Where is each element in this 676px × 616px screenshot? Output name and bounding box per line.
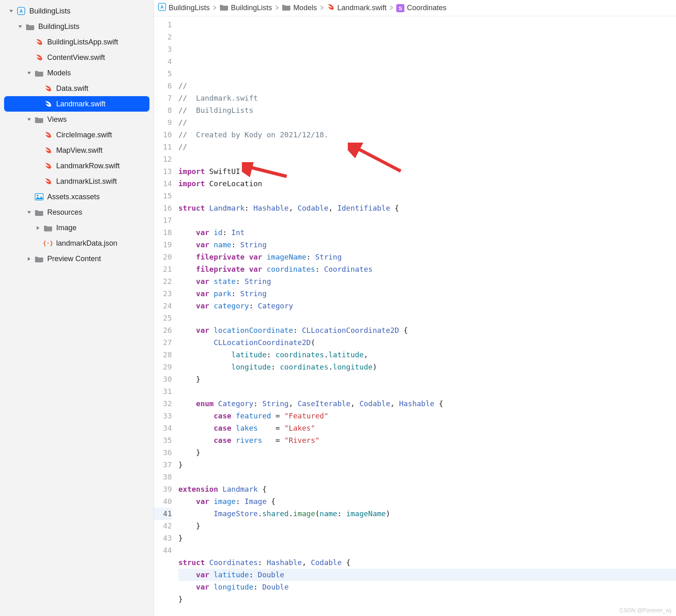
code-line[interactable]: case rivers = "Rivers" — [178, 434, 676, 447]
file-navigator[interactable]: ABuildingListsBuildingListsBuildingLists… — [0, 0, 154, 616]
code-line[interactable]: } — [178, 532, 676, 544]
file-tree-item[interactable]: LandmarkList.swift — [0, 174, 154, 189]
disclosure-chevron-icon — [35, 178, 41, 184]
line-number: 33 — [154, 410, 172, 422]
code-line[interactable]: // — [178, 141, 676, 153]
code-line[interactable]: extension Landmark { — [178, 483, 676, 495]
file-tree-item-label: ContentView.swift — [47, 53, 105, 62]
code-line[interactable]: var state: String — [178, 275, 676, 288]
code-line[interactable]: case featured = "Featured" — [178, 410, 676, 422]
code-line[interactable]: case lakes = "Lakes" — [178, 422, 676, 434]
folder-icon — [282, 3, 291, 13]
line-number: 35 — [154, 434, 172, 447]
code-line[interactable]: var category: Category — [178, 300, 676, 312]
breadcrumb-item[interactable]: BuildingLists — [219, 3, 272, 13]
json-icon: {·} — [43, 238, 53, 248]
disclosure-chevron-icon[interactable] — [26, 209, 32, 215]
file-tree-item[interactable]: BuildingListsApp.swift — [0, 34, 154, 50]
code-line[interactable]: latitude: coordinates.latitude, — [178, 349, 676, 361]
disclosure-chevron-icon — [26, 194, 32, 200]
code-line[interactable] — [178, 214, 676, 227]
file-tree-item[interactable]: Models — [0, 65, 154, 81]
breadcrumb-bar[interactable]: ABuildingListsBuildingListsModelsLandmar… — [154, 0, 676, 16]
line-number: 30 — [154, 373, 172, 385]
code-line[interactable]: ImageStore.shared.image(name: imageName) — [178, 508, 676, 520]
code-editor[interactable]: 1234567891011121314151617181920212223242… — [154, 16, 676, 616]
watermark: CSDN @Forever_wj — [619, 607, 671, 614]
code-line[interactable]: // — [178, 80, 676, 92]
code-line[interactable]: } — [178, 520, 676, 532]
code-content[interactable]: //// Landmark.swift// BuildingLists//// … — [177, 16, 676, 616]
code-line[interactable]: CLLocationCoordinate2D( — [178, 337, 676, 349]
code-line[interactable]: } — [178, 447, 676, 459]
code-line[interactable]: } — [178, 373, 676, 385]
file-tree-item[interactable]: Landmark.swift — [4, 96, 149, 112]
file-tree-item[interactable]: ABuildingLists — [0, 3, 154, 19]
disclosure-chevron-icon[interactable] — [26, 70, 32, 76]
swift-icon — [327, 3, 335, 13]
file-tree-item[interactable]: Image — [0, 220, 154, 235]
code-line[interactable]: var locationCoordinate: CLLocationCoordi… — [178, 324, 676, 337]
line-number: 13 — [154, 165, 172, 178]
code-line[interactable]: struct Landmark: Hashable, Codable, Iden… — [178, 202, 676, 214]
code-line[interactable]: // Created by Kody on 2021/12/18. — [178, 129, 676, 141]
code-line[interactable] — [178, 385, 676, 398]
code-line[interactable]: var latitude: Double — [178, 569, 676, 581]
breadcrumb-item[interactable]: ABuildingLists — [158, 3, 210, 13]
code-line[interactable] — [178, 544, 676, 557]
code-line[interactable]: var image: Image { — [178, 495, 676, 508]
code-line[interactable] — [178, 153, 676, 165]
swift-icon — [34, 37, 44, 47]
code-line[interactable]: longitude: coordinates.longitude) — [178, 361, 676, 373]
file-tree-item[interactable]: {·}landmarkData.json — [0, 235, 154, 251]
code-line[interactable]: fileprivate var coordinates: Coordinates — [178, 263, 676, 275]
code-line[interactable]: // BuildingLists — [178, 104, 676, 117]
disclosure-chevron-icon[interactable] — [35, 225, 41, 231]
disclosure-chevron-icon — [35, 132, 41, 138]
file-tree-item[interactable]: Preview Content — [0, 251, 154, 266]
file-tree-item[interactable]: MapView.swift — [0, 143, 154, 158]
code-line[interactable]: } — [178, 593, 676, 605]
file-tree-item[interactable]: CircleImage.swift — [0, 127, 154, 143]
disclosure-chevron-icon[interactable] — [8, 8, 14, 14]
chevron-right-icon — [213, 4, 216, 12]
line-number: 43 — [154, 532, 172, 544]
code-line[interactable]: // Landmark.swift — [178, 92, 676, 104]
line-number: 5 — [154, 68, 172, 80]
code-line[interactable] — [178, 312, 676, 324]
file-tree-item-label: Resources — [47, 208, 82, 217]
line-number: 14 — [154, 178, 172, 190]
disclosure-chevron-icon — [35, 147, 41, 153]
code-line[interactable]: // — [178, 117, 676, 129]
code-line[interactable] — [178, 190, 676, 202]
line-number: 8 — [154, 104, 172, 117]
disclosure-chevron-icon[interactable] — [26, 256, 32, 262]
code-line[interactable]: import SwiftUI — [178, 165, 676, 178]
folder-icon — [219, 3, 228, 13]
disclosure-chevron-icon[interactable] — [26, 117, 32, 122]
code-line[interactable]: import CoreLocation — [178, 178, 676, 190]
code-line[interactable]: enum Category: String, CaseIterable, Cod… — [178, 398, 676, 410]
breadcrumb-item[interactable]: Landmark.swift — [327, 3, 386, 13]
code-line[interactable] — [178, 605, 676, 616]
file-tree-item[interactable]: Views — [0, 112, 154, 127]
disclosure-chevron-icon[interactable] — [17, 24, 23, 29]
code-line[interactable]: struct Coordinates: Hashable, Codable { — [178, 557, 676, 569]
file-tree-item[interactable]: ContentView.swift — [0, 50, 154, 65]
line-number: 16 — [154, 202, 172, 214]
chevron-right-icon — [320, 4, 323, 12]
file-tree-item[interactable]: Assets.xcassets — [0, 189, 154, 205]
code-line[interactable] — [178, 471, 676, 483]
file-tree-item[interactable]: Data.swift — [0, 81, 154, 96]
code-line[interactable]: fileprivate var imageName: String — [178, 251, 676, 263]
code-line[interactable]: var name: String — [178, 239, 676, 251]
breadcrumb-item[interactable]: SCoordinates — [396, 4, 446, 13]
file-tree-item[interactable]: LandmarkRow.swift — [0, 158, 154, 174]
breadcrumb-item[interactable]: Models — [282, 3, 317, 13]
code-line[interactable]: } — [178, 459, 676, 471]
code-line[interactable]: var park: String — [178, 288, 676, 300]
file-tree-item[interactable]: Resources — [0, 205, 154, 220]
code-line[interactable]: var longitude: Double — [178, 581, 676, 593]
code-line[interactable]: var id: Int — [178, 227, 676, 239]
file-tree-item[interactable]: BuildingLists — [0, 19, 154, 34]
